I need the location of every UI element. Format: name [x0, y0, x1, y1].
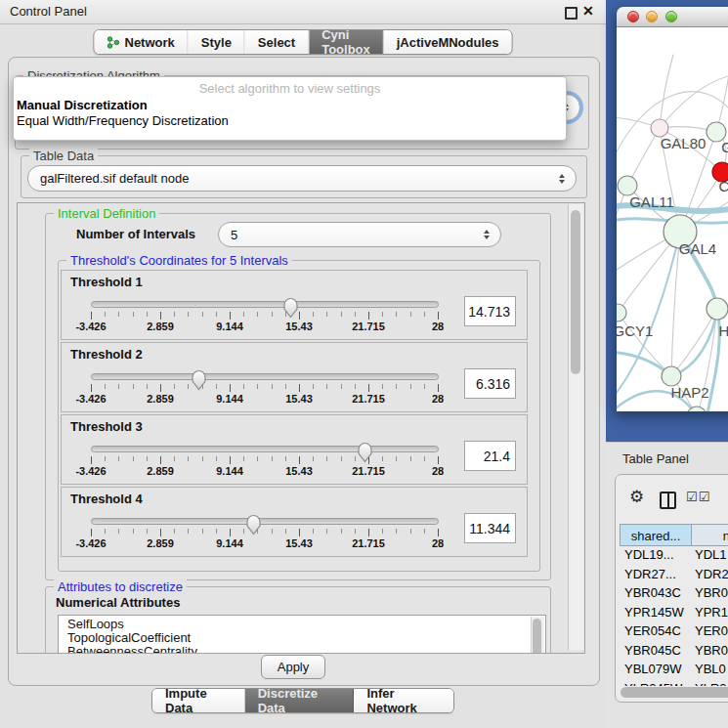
combo-arrows-icon [484, 230, 490, 239]
close-traffic-light[interactable] [627, 11, 639, 22]
network-node-gal11[interactable] [618, 176, 637, 195]
numerical-attributes-list[interactable]: SelfLoopsTopologicalCoefficientBetweenne… [58, 615, 546, 654]
slider-thumb[interactable] [282, 297, 299, 320]
network-node-h[interactable] [707, 298, 728, 320]
table-row[interactable]: YPR145WYPR1 [620, 605, 728, 624]
table-row[interactable]: YDR27...YDR2 [620, 567, 728, 586]
apply-button[interactable]: Apply [261, 655, 325, 679]
tab-impute-data[interactable]: Impute Data [152, 689, 245, 712]
column-header-shared[interactable]: shared... [620, 524, 692, 546]
threshold-value-field[interactable] [464, 513, 516, 543]
algorithm-option[interactable]: Equal Width/Frequency Discretization [17, 113, 229, 128]
thresholds-group: Threshold's Coordinates for 5 Intervals … [58, 260, 540, 572]
tab-label: Infer Network [366, 688, 441, 713]
network-window[interactable]: GAL80GACGAL11GAL4GCY1HHAP2 [617, 7, 728, 411]
tab-label: jActiveMNodules [397, 35, 499, 50]
tab-style[interactable]: Style [189, 30, 245, 54]
network-canvas[interactable]: GAL80GACGAL11GAL4GCY1HHAP2 [617, 27, 728, 411]
cell-shared-name: YER054C [624, 623, 681, 638]
network-node-hap2[interactable] [662, 366, 681, 386]
threshold-label: Threshold 2 [70, 347, 143, 362]
top-tab-bar: NetworkStyleSelectCyni ToolboxjActiveMNo… [93, 29, 512, 55]
scale-label: 21.715 [352, 393, 385, 405]
zoom-traffic-light[interactable] [665, 11, 677, 22]
tab-select[interactable]: Select [245, 30, 309, 54]
tab-jactivemnodules[interactable]: jActiveMNodules [384, 30, 512, 54]
tab-discretize-data[interactable]: Discretize Data [245, 689, 355, 712]
split-columns-icon[interactable] [660, 492, 676, 509]
threshold-value-field[interactable] [464, 296, 516, 326]
slider-track[interactable] [91, 446, 439, 452]
threshold-label: Threshold 3 [70, 419, 143, 434]
gear-icon[interactable]: ⚙ [629, 487, 644, 507]
table-row[interactable]: YDL19...YDL1 [620, 547, 728, 567]
control-panel-titlebar: Control Panel ✕ [0, 0, 606, 24]
scrollbar-thumb[interactable] [571, 210, 580, 374]
threshold-label: Threshold 4 [70, 492, 143, 506]
threshold-value-field[interactable] [464, 368, 516, 399]
scrollbar-thumb[interactable] [621, 687, 728, 698]
network-edge[interactable] [660, 74, 728, 128]
cell-shared-name: YBR045C [624, 643, 681, 658]
network-node-label: HAP2 [670, 384, 708, 401]
cell-shared-name: YBL079W [624, 662, 682, 676]
numerical-attributes-label: Numerical Attributes [56, 595, 180, 610]
list-scrollbar[interactable] [531, 617, 544, 654]
scale-label: 2.859 [147, 321, 174, 332]
table-row[interactable]: YBL079WYBL0 [620, 662, 728, 681]
table-data-title: Table Data [29, 149, 98, 163]
network-node-label: GA [721, 139, 728, 155]
list-item[interactable]: TopologicalCoefficient [59, 631, 545, 645]
cell-name: YBR0 [695, 585, 728, 600]
scale-label: -3.426 [75, 393, 106, 405]
scale-label: 9.144 [216, 537, 243, 549]
slider-thumb[interactable] [357, 442, 373, 464]
slider-thumb[interactable] [245, 514, 262, 536]
table-row[interactable]: YBR043CYBR0 [620, 585, 728, 605]
network-node-gcy1[interactable] [617, 304, 626, 321]
table-data-combobox[interactable]: galFiltered.sif default node [27, 165, 577, 192]
network-edge[interactable] [660, 55, 673, 128]
network-edge[interactable] [671, 309, 717, 376]
checkbox-icons[interactable]: ☑☑ [686, 490, 710, 504]
horizontal-scrollbar[interactable] [618, 686, 728, 699]
number-of-intervals-combobox[interactable]: 5 [218, 222, 501, 247]
network-node-label: GAL4 [679, 240, 716, 257]
interval-definition-title: Interval Definition [54, 206, 159, 221]
tab-label: Impute Data [165, 688, 232, 713]
list-item[interactable]: SelfLoops [59, 618, 545, 631]
network-window-titlebar[interactable] [617, 7, 728, 27]
float-window-icon[interactable] [565, 7, 578, 20]
slider-track[interactable] [91, 373, 439, 380]
minimize-traffic-light[interactable] [646, 11, 658, 22]
threshold-panel: Threshold 2-3.4262.8599.14415.4321.71528 [61, 342, 528, 412]
cell-name: YER0 [695, 623, 728, 638]
scale-label: -3.426 [75, 321, 106, 332]
threshold-value-field[interactable] [464, 441, 516, 471]
column-header-name[interactable]: na [691, 524, 728, 546]
panel-scrollbar[interactable] [568, 204, 583, 650]
tab-infer-network[interactable]: Infer Network [354, 689, 453, 712]
scale-label: -3.426 [75, 537, 106, 549]
tab-label: Cyni Toolbox [321, 29, 370, 55]
cell-name: YBR0 [695, 643, 728, 658]
table-row[interactable]: YBR045CYBR0 [620, 643, 728, 663]
table-row[interactable]: YER054CYER0 [620, 623, 728, 643]
tab-cyni-toolbox[interactable]: Cyni Toolbox [309, 30, 384, 54]
attributes-group: Attributes to discretize Numerical Attri… [45, 586, 551, 654]
threshold-panel: Threshold 4-3.4262.8599.14415.4321.71528 [61, 487, 528, 557]
network-desktop: GAL80GACGAL11GAL4GCY1HHAP2 [606, 0, 728, 442]
scale-label: 28 [432, 465, 444, 477]
scale-label: 21.715 [352, 465, 385, 477]
close-icon[interactable]: ✕ [582, 3, 594, 19]
list-item[interactable]: BetweennessCentrality [59, 645, 545, 654]
algorithm-option[interactable]: Manual Discretization [17, 98, 148, 112]
network-edge[interactable] [671, 309, 717, 376]
network-node-label: GAL11 [629, 193, 674, 210]
number-of-intervals-value: 5 [231, 228, 237, 242]
tab-network[interactable]: Network [94, 30, 188, 54]
slider-track[interactable] [91, 301, 439, 308]
slider-track[interactable] [91, 518, 439, 525]
interval-definition-group: Interval Definition Number of Intervals … [45, 213, 551, 580]
slider-thumb[interactable] [191, 369, 207, 392]
